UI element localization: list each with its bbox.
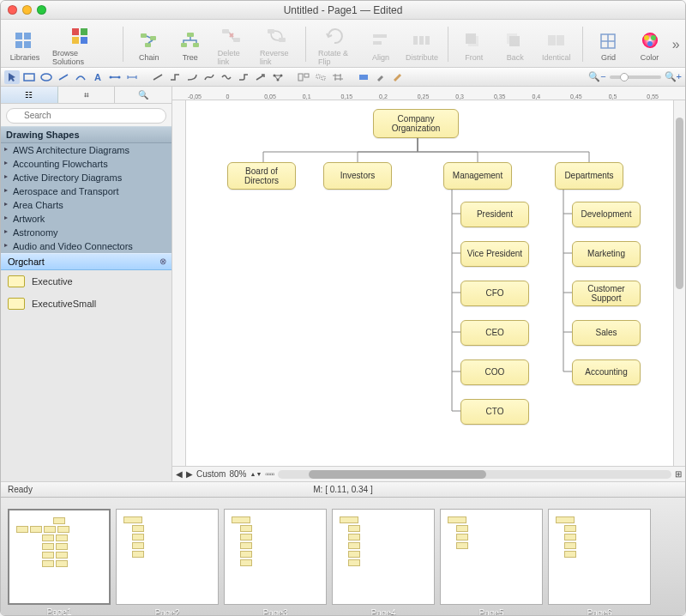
round-connector-tool[interactable]	[236, 70, 251, 84]
shape-label: ExecutiveSmall	[32, 299, 96, 309]
tab-search[interactable]: 🔍	[115, 87, 172, 103]
zoom-in-icon[interactable]: 🔍+	[665, 71, 682, 82]
connector-tool[interactable]	[107, 70, 123, 84]
org-node[interactable]: Departments	[555, 162, 623, 190]
line-tool[interactable]	[56, 70, 71, 84]
browse-solutions-button[interactable]: Browse Solutions	[47, 21, 116, 67]
rotate-flip-button[interactable]: Rotate & Flip	[313, 21, 358, 67]
tab-libraries[interactable]: ☷	[1, 87, 58, 103]
page-thumb[interactable]: Page2	[116, 509, 219, 605]
page-thumb[interactable]: Page4	[332, 509, 435, 605]
align-button[interactable]: Align	[362, 21, 400, 67]
multi-connector-tool[interactable]	[270, 70, 286, 84]
close-library-button[interactable]: ⊗	[159, 257, 166, 266]
org-node[interactable]: Sales	[572, 320, 641, 346]
horizontal-scrollbar[interactable]	[278, 470, 671, 479]
align-icon	[370, 31, 392, 50]
select-same-tool[interactable]	[313, 70, 328, 84]
org-node[interactable]: Management	[443, 162, 512, 190]
page-thumb[interactable]: Page1	[8, 509, 111, 605]
page-thumb[interactable]: Page5	[440, 509, 543, 605]
dimension-tool[interactable]	[124, 70, 140, 84]
front-button[interactable]: Front	[455, 21, 493, 67]
category-item[interactable]: AWS Architecture Diagrams	[1, 143, 172, 157]
tab-tree[interactable]: ⌗	[58, 87, 116, 103]
page-label: Page2	[155, 608, 180, 616]
chain-button[interactable]: Chain	[130, 21, 168, 67]
arc-tool[interactable]	[73, 70, 88, 84]
vertical-scrollbar[interactable]	[673, 100, 685, 466]
color-button[interactable]: Color	[631, 21, 669, 67]
distribute-button[interactable]: Distribute	[403, 21, 441, 67]
category-item[interactable]: Aerospace and Transport	[1, 184, 172, 198]
delete-link-button[interactable]: Delete link	[213, 21, 251, 67]
ellipse-tool[interactable]	[39, 70, 54, 84]
view-toggle-buttons[interactable]: ▫▫▫▫	[265, 469, 274, 479]
libraries-button[interactable]: Libraries	[6, 21, 44, 67]
arc-connector-tool[interactable]	[184, 70, 200, 84]
org-node[interactable]: President	[460, 202, 529, 227]
zoom-control[interactable]: 🔍− 🔍+	[588, 71, 682, 82]
page-next-button[interactable]: ▶	[186, 469, 193, 479]
direct-line-tool[interactable]	[150, 70, 165, 84]
layout-rect-tool[interactable]	[296, 70, 311, 84]
page-prev-button[interactable]: ◀	[176, 469, 183, 479]
reverse-link-icon	[266, 27, 288, 45]
zoom-mode[interactable]: Custom	[196, 469, 226, 479]
category-item[interactable]: Accounting Flowcharts	[1, 157, 172, 171]
reverse-link-button[interactable]: Reverse link	[255, 21, 298, 67]
back-button[interactable]: Back	[496, 21, 534, 67]
svg-rect-10	[145, 43, 151, 47]
org-node[interactable]: Marketing	[572, 241, 641, 267]
toolbar: Libraries Browse Solutions Chain Tree De…	[1, 20, 685, 68]
search-input[interactable]	[6, 108, 166, 124]
org-node[interactable]: Accounting	[572, 359, 641, 385]
zoom-stepper[interactable]: ▲▼	[250, 472, 262, 476]
crop-tool[interactable]	[330, 70, 346, 84]
org-node-root[interactable]: Company Organization	[373, 109, 459, 138]
fill-tool[interactable]	[356, 70, 371, 84]
category-item[interactable]: Artwork	[1, 212, 172, 226]
identical-button[interactable]: Identical	[538, 21, 575, 67]
search-icon: 🔍	[138, 90, 148, 100]
rect-tool[interactable]	[21, 70, 37, 84]
pointer-tool[interactable]	[4, 70, 20, 84]
canvas[interactable]: Company Organization Board of Directors …	[186, 100, 673, 466]
page-thumb[interactable]: Page6	[548, 509, 651, 605]
category-item[interactable]: Active Directory Diagrams	[1, 171, 172, 184]
smart-connector-tool[interactable]	[167, 70, 183, 84]
eyedropper-tool[interactable]	[373, 70, 388, 84]
page-thumb[interactable]: Page3	[224, 509, 327, 605]
org-node[interactable]: Customer Support	[572, 281, 641, 306]
page-grid-button[interactable]: ⊞	[675, 469, 682, 479]
bezier-tool[interactable]	[202, 70, 217, 84]
org-node[interactable]: CFO	[460, 281, 529, 306]
text-tool[interactable]: A	[90, 70, 105, 84]
category-item[interactable]: Astronomy	[1, 226, 172, 239]
category-item[interactable]: Area Charts	[1, 198, 172, 212]
svg-rect-1	[24, 33, 31, 39]
svg-point-37	[118, 75, 121, 78]
shape-item-executive-small[interactable]: ExecutiveSmall	[1, 293, 172, 315]
shape-item-executive[interactable]: Executive	[1, 270, 172, 293]
selected-library[interactable]: Orgchart ⊗	[1, 253, 172, 270]
arrow-connector-tool[interactable]	[253, 70, 268, 84]
org-node[interactable]: COO	[460, 359, 529, 385]
org-node[interactable]: Vice President	[460, 241, 529, 267]
spline-tool[interactable]	[219, 70, 234, 84]
svg-rect-27	[548, 35, 556, 45]
zoom-out-icon[interactable]: 🔍−	[588, 71, 605, 82]
zoom-value[interactable]: 80%	[229, 469, 246, 479]
toolbar-overflow-button[interactable]: »	[672, 21, 680, 67]
tree-button[interactable]: Tree	[172, 21, 209, 67]
org-node[interactable]: Board of Directors	[227, 162, 296, 190]
org-node[interactable]: Development	[572, 202, 641, 227]
category-item[interactable]: Audio and Video Connectors	[1, 239, 172, 253]
grid-button[interactable]: Grid	[590, 21, 628, 67]
svg-rect-6	[72, 37, 79, 44]
pencil-tool[interactable]	[390, 70, 406, 84]
svg-rect-26	[509, 36, 520, 46]
org-node[interactable]: CEO	[460, 320, 529, 346]
org-node[interactable]: Investors	[323, 162, 392, 190]
org-node[interactable]: CTO	[460, 399, 529, 425]
